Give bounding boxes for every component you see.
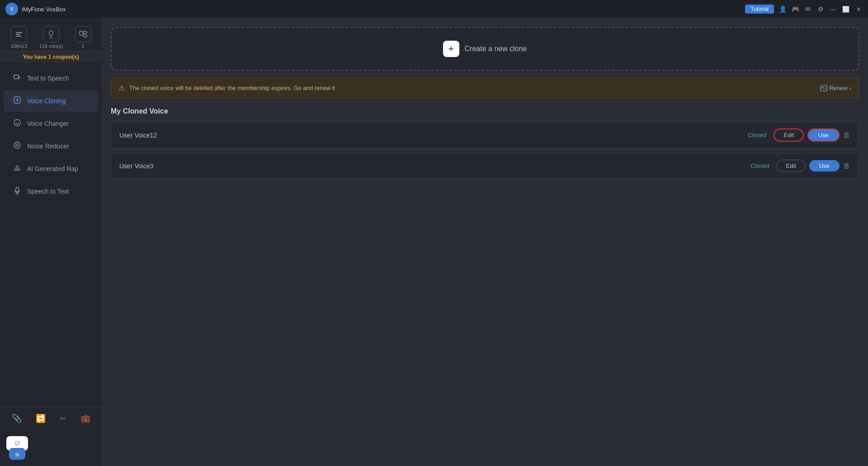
gamepad-icon[interactable]: 🎮 [791, 5, 799, 13]
text-to-speech-label: Text to Speech [27, 75, 69, 82]
speech-to-text-icon [13, 186, 22, 196]
stat-count-value: 1 [82, 43, 85, 49]
close-button[interactable]: ✕ [854, 5, 863, 13]
voice-changer-icon [13, 119, 22, 128]
minimize-button[interactable]: — [829, 5, 837, 13]
noise-reducer-label: Noise Reducer [27, 143, 69, 150]
ai-rap-icon [13, 164, 22, 174]
ai-rap-label: AI Generated Rap [27, 165, 78, 172]
nav-section: Text to Speech Voice Cloning [0, 63, 102, 407]
renew-label: Renew [829, 85, 847, 91]
scissors-icon[interactable]: ✂ [60, 414, 66, 423]
attach-icon[interactable]: 📎 [12, 414, 22, 423]
section-title: My Cloned Voice [111, 107, 859, 115]
text-to-speech-icon [13, 73, 22, 83]
voice-cloning-label: Voice Cloning [27, 97, 66, 105]
create-clone-button[interactable]: + Create a new clone [443, 41, 527, 57]
sidebar-item-voice-changer[interactable]: Voice Changer [4, 113, 98, 134]
repeat-icon[interactable]: 🔁 [36, 414, 46, 423]
voice-status-2: Cloned [750, 162, 769, 169]
maximize-button[interactable]: ⬜ [842, 5, 850, 13]
voice-name-1: User Voice12 [119, 132, 748, 139]
voice-status-1: Cloned [748, 132, 766, 138]
warning-text: The cloned voice will be deleted after t… [129, 85, 335, 91]
count-icon [75, 26, 91, 43]
warning-banner: ⚠ The cloned voice will be deleted after… [111, 78, 859, 98]
titlebar-controls: Tutorial 👤 🎮 ✉ ⚙ — ⬜ ✕ [745, 5, 863, 14]
sidebar-item-speech-to-text[interactable]: Speech to Text [4, 181, 98, 202]
stat-minutes-value: 116 min(s) [39, 43, 63, 49]
renew-icon [820, 85, 827, 92]
warning-icon: ⚠ [118, 84, 125, 92]
sidebar-item-text-to-speech[interactable]: Text to Speech [4, 67, 98, 89]
stats-row: 106413 116 min(s) [0, 23, 102, 51]
voice-row-2: User Voice3 Cloned Edit Use 🗑 [111, 153, 859, 179]
svg-text:V: V [10, 7, 14, 12]
delete-button-1[interactable]: 🗑 [843, 131, 850, 139]
sidebar-item-noise-reducer[interactable]: Noise Reducer [4, 135, 98, 157]
svg-rect-4 [16, 36, 21, 37]
renew-button[interactable]: Renew › [820, 85, 851, 92]
svg-rect-7 [84, 31, 87, 33]
create-clone-label: Create a new clone [465, 45, 527, 53]
voice-name-2: User Voice3 [119, 162, 750, 170]
svg-point-12 [17, 168, 18, 170]
sidebar-item-voice-cloning[interactable]: Voice Cloning [4, 90, 98, 112]
sidebar-bottom: 📎 🔁 ✂ 💼 [0, 407, 102, 430]
voice-row-1: User Voice12 Cloned Edit Use 🗑 [111, 122, 859, 148]
characters-icon [11, 26, 27, 43]
edit-button-2[interactable]: Edit [776, 160, 805, 172]
app-title: iMyFone VoxBox [22, 6, 66, 13]
tutorial-button[interactable]: Tutorial [745, 5, 774, 14]
stat-characters: 106413 [10, 26, 27, 49]
mail-icon[interactable]: ✉ [804, 5, 812, 13]
svg-point-10 [14, 119, 20, 126]
use-button-1[interactable]: Use [807, 128, 840, 142]
plus-icon: + [443, 41, 459, 57]
svg-rect-6 [80, 31, 83, 35]
coupon-banner: You have 1 coupon(s) [0, 51, 102, 63]
create-clone-area[interactable]: + Create a new clone [111, 27, 859, 71]
renew-arrow: › [849, 85, 851, 91]
svg-rect-3 [16, 34, 20, 35]
settings-icon[interactable]: ⚙ [816, 5, 825, 13]
chat-widget[interactable]: 💬 🤖 [6, 436, 30, 460]
stat-count: 1 [75, 26, 91, 49]
voice-cloning-icon [13, 96, 22, 106]
use-button-2[interactable]: Use [809, 160, 840, 171]
noise-reducer-icon [13, 141, 22, 151]
voice-changer-label: Voice Changer [27, 120, 69, 127]
svg-rect-8 [84, 35, 87, 37]
app-logo: V [5, 3, 18, 15]
stat-characters-value: 106413 [10, 43, 27, 49]
stat-minutes: 116 min(s) [39, 26, 63, 49]
main-content: + Create a new clone ⚠ The cloned voice … [102, 18, 868, 466]
delete-button-2[interactable]: 🗑 [843, 162, 850, 170]
edit-button-1[interactable]: Edit [774, 128, 803, 142]
svg-rect-2 [16, 32, 22, 33]
speech-to-text-label: Speech to Text [27, 188, 69, 195]
sidebar: 106413 116 min(s) [0, 18, 102, 466]
minutes-icon [43, 26, 59, 43]
app-body: 106413 116 min(s) [0, 18, 868, 466]
sidebar-item-ai-generated-rap[interactable]: AI Generated Rap [4, 158, 98, 180]
warning-message-area: ⚠ The cloned voice will be deleted after… [118, 84, 335, 92]
svg-rect-5 [49, 31, 53, 35]
briefcase-icon[interactable]: 💼 [80, 414, 90, 423]
profile-icon[interactable]: 👤 [778, 5, 787, 13]
coupon-text: You have 1 coupon(s) [23, 54, 79, 60]
titlebar: V iMyFone VoxBox Tutorial 👤 🎮 ✉ ⚙ — ⬜ ✕ [0, 0, 868, 18]
